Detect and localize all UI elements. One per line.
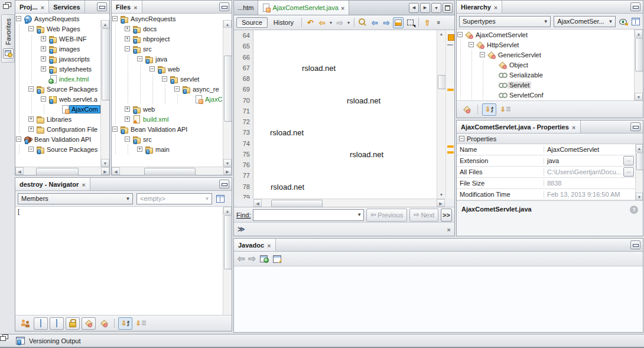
tree-node[interactable]: Bean Validation API xyxy=(15,134,109,144)
tree-node-label[interactable]: GenericServlet xyxy=(496,51,543,58)
tree-node-label[interactable]: javascripts xyxy=(57,56,92,63)
collapse-icon[interactable] xyxy=(125,136,130,142)
scroll-tabs-left-button[interactable] xyxy=(409,3,419,13)
collapse-icon[interactable] xyxy=(28,86,34,92)
tree-node-label[interactable]: servlet xyxy=(178,76,201,83)
next-occurrence-icon[interactable] xyxy=(381,17,392,28)
scroll-thumb[interactable] xyxy=(438,75,446,89)
collapse-icon[interactable] xyxy=(28,147,34,152)
expand-icon[interactable] xyxy=(41,36,46,41)
expand-icon[interactable] xyxy=(41,46,46,51)
tree-node[interactable]: Web Pages xyxy=(15,24,109,34)
scroll-up-icon[interactable] xyxy=(636,144,643,152)
tree-node-label[interactable]: Object xyxy=(508,61,530,69)
tree-node-label[interactable]: async_re xyxy=(191,86,221,93)
navigator-content[interactable]: [ xyxy=(15,207,232,315)
scroll-down-icon[interactable]: ▼ xyxy=(437,191,445,199)
toggle-highlight-icon[interactable] xyxy=(393,17,404,28)
collapse-icon[interactable] xyxy=(459,136,464,141)
scroll-down-icon[interactable] xyxy=(101,159,109,167)
scroll-down-icon[interactable] xyxy=(636,193,643,200)
scroll-up-icon[interactable] xyxy=(223,207,232,214)
forward-dropdown-icon[interactable] xyxy=(346,17,351,28)
tree-node-label[interactable]: main xyxy=(154,146,171,153)
filter-class-icon[interactable] xyxy=(97,318,110,329)
scroll-thumb[interactable] xyxy=(224,56,232,122)
tree-node-label[interactable]: AsyncRequests xyxy=(129,15,177,22)
property-row[interactable]: File Size8838 xyxy=(457,178,635,189)
tree-node[interactable]: nbproject xyxy=(112,34,232,44)
tree-node[interactable]: web xyxy=(112,64,232,74)
tab-navigator[interactable]: destroy - Navigator xyxy=(15,178,90,190)
tree-node[interactable]: WEB-INF xyxy=(15,34,109,44)
sort-alphabetically-button[interactable] xyxy=(482,103,496,116)
close-icon[interactable] xyxy=(572,123,576,131)
open-source-icon[interactable] xyxy=(272,255,282,263)
editor-horizontal-scrollbar[interactable] xyxy=(253,199,445,207)
maximize-button[interactable] xyxy=(443,3,453,13)
scroll-left-icon[interactable] xyxy=(253,199,262,207)
tab-document-active[interactable]: AjaxCometServlet.java xyxy=(258,1,349,15)
close-icon[interactable] xyxy=(134,4,138,11)
window-mode-icon[interactable] xyxy=(216,194,225,203)
tree-node-label[interactable]: Source Packages xyxy=(45,86,99,93)
property-row[interactable]: All FilesC:\Users\Geertjan\Docu...... xyxy=(457,167,635,178)
expand-icon[interactable] xyxy=(125,36,130,41)
tab-javadoc[interactable]: Javadoc xyxy=(234,239,276,251)
tree-node[interactable]: Bean Validation API xyxy=(112,124,232,134)
tree-node[interactable]: AsyncRequests xyxy=(15,14,109,24)
tree-node[interactable]: stylesheets xyxy=(15,64,109,74)
scroll-up-icon[interactable] xyxy=(101,20,109,28)
scroll-thumb[interactable] xyxy=(102,28,110,100)
show-non-public-members-button[interactable] xyxy=(66,317,80,330)
expand-chevron-icon[interactable] xyxy=(238,225,245,233)
filter-class-icon[interactable] xyxy=(460,104,473,115)
scroll-thumb[interactable] xyxy=(635,38,643,71)
sidebar-tab-favorites[interactable]: Favorites xyxy=(1,14,15,63)
show-in-browser-icon[interactable] xyxy=(259,255,269,263)
tree-node[interactable]: java xyxy=(112,54,232,64)
property-row[interactable]: Extensionjava... xyxy=(457,155,635,167)
tree-node[interactable]: docs xyxy=(112,24,232,34)
tree-node[interactable]: AjaxCom xyxy=(15,104,109,114)
close-icon[interactable] xyxy=(41,4,45,11)
navigator-vertical-scrollbar[interactable] xyxy=(223,207,232,315)
scroll-up-icon[interactable]: ▲ xyxy=(437,30,445,38)
show-static-members-button[interactable] xyxy=(50,317,64,330)
tree-node-label[interactable]: Bean Validation API xyxy=(32,136,93,143)
tree-node-label[interactable]: web xyxy=(166,66,181,73)
close-icon[interactable] xyxy=(341,4,345,11)
restore-group-icon[interactable] xyxy=(3,2,11,9)
back-icon[interactable] xyxy=(317,17,327,28)
collapse-icon[interactable] xyxy=(28,26,34,31)
tree-node[interactable]: Object xyxy=(457,60,643,70)
tree-node[interactable]: build.xml xyxy=(112,114,232,124)
scroll-thumb[interactable] xyxy=(36,168,79,175)
status-bar-label[interactable]: Versioning Output xyxy=(29,337,80,344)
collapse-icon[interactable] xyxy=(137,56,142,61)
tree-node-label[interactable]: Source Packages xyxy=(45,146,99,153)
tab-projects[interactable]: Proj... xyxy=(15,1,49,13)
tree-node-label[interactable]: AjaxCometServlet xyxy=(474,31,529,38)
scroll-thumb[interactable] xyxy=(144,168,196,175)
members-dropdown[interactable]: Members xyxy=(18,193,133,204)
tree-node[interactable]: images xyxy=(15,44,109,54)
ellipsis-button[interactable]: ... xyxy=(623,156,634,165)
javadoc-back-icon[interactable] xyxy=(238,253,245,264)
restore-windows-icon[interactable] xyxy=(4,337,12,344)
expand-icon[interactable] xyxy=(41,56,46,61)
inspect-members-icon[interactable] xyxy=(619,18,628,25)
collapse-icon[interactable] xyxy=(174,86,180,92)
versioning-output-icon[interactable] xyxy=(15,336,25,345)
warning-mark[interactable] xyxy=(447,145,454,148)
previous-occurrence-icon[interactable] xyxy=(369,17,380,28)
property-value[interactable]: 8838 xyxy=(547,180,561,187)
tree-node[interactable]: Source Packages xyxy=(15,84,109,94)
collapse-icon[interactable] xyxy=(457,32,463,37)
editor-vertical-scrollbar[interactable]: ▲ ▼ xyxy=(437,30,445,199)
collapse-icon[interactable] xyxy=(112,126,118,132)
tree-node[interactable]: web.servlet.a xyxy=(15,94,109,104)
tree-node-label[interactable]: build.xml xyxy=(141,116,170,123)
hierarchy-view-dropdown[interactable]: Supertypes xyxy=(459,16,551,27)
close-icon[interactable] xyxy=(267,242,271,249)
